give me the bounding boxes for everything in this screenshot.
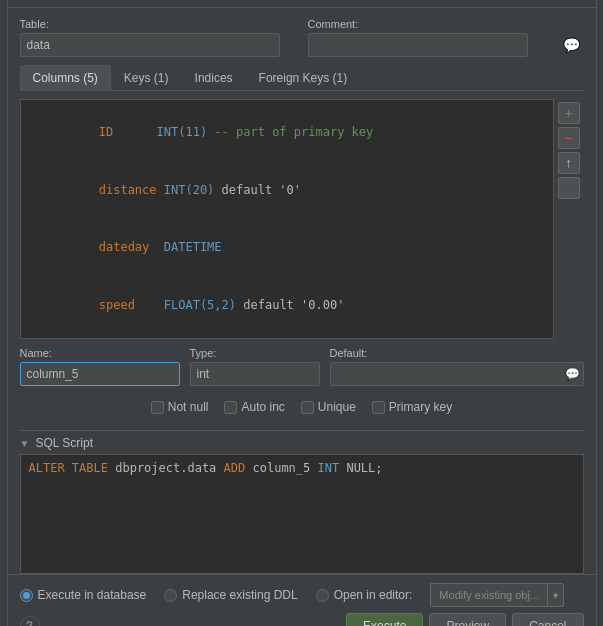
column-detail-row: Name: Type: Default: 💬: [20, 347, 584, 386]
table-label: Table:: [20, 18, 296, 30]
tab-indices[interactable]: Indices: [182, 65, 246, 90]
comment-field-group: Comment: 💬: [308, 18, 584, 57]
type-input[interactable]: [190, 362, 320, 386]
primary-key-checkbox[interactable]: Primary key: [372, 400, 452, 414]
comment-input[interactable]: [308, 33, 528, 57]
default-icon[interactable]: 💬: [565, 367, 580, 381]
open-editor-radio-circle: [316, 589, 329, 602]
sql-area: ALTER TABLE dbproject.data ADD column_5 …: [20, 454, 584, 574]
move-up-button[interactable]: ↑: [558, 152, 580, 174]
unique-checkbox[interactable]: Unique: [301, 400, 356, 414]
sql-section: ▼ SQL Script ALTER TABLE dbproject.data …: [8, 430, 596, 574]
preview-button[interactable]: Preview: [429, 613, 506, 626]
auto-inc-checkbox[interactable]: Auto inc: [224, 400, 284, 414]
sql-section-title: SQL Script: [35, 436, 93, 450]
name-label: Name:: [20, 347, 180, 359]
tab-columns[interactable]: Columns (5): [20, 65, 111, 90]
default-input[interactable]: [330, 362, 584, 386]
not-null-checkbox[interactable]: Not null: [151, 400, 209, 414]
execute-radio-circle: [20, 589, 33, 602]
default-field-group: Default: 💬: [330, 347, 584, 386]
table-row: distance INT(20) default '0': [27, 161, 547, 219]
type-label: Type:: [190, 347, 320, 359]
replace-ddl-radio-circle: [164, 589, 177, 602]
help-button[interactable]: ?: [20, 616, 40, 626]
replace-ddl-radio[interactable]: Replace existing DDL: [164, 588, 297, 602]
table-field-group: Table:: [20, 18, 296, 57]
table-row: speed FLOAT(5,2) default '0.00': [27, 277, 547, 335]
cancel-button[interactable]: Cancel: [512, 613, 583, 626]
section-triangle-icon: ▼: [20, 438, 30, 449]
action-row: ? Execute Preview Cancel: [20, 613, 584, 626]
tab-keys[interactable]: Keys (1): [111, 65, 182, 90]
name-input[interactable]: [20, 362, 180, 386]
table-input[interactable]: [20, 33, 280, 57]
titlebar: T Modify Table ✕: [8, 0, 596, 8]
comment-icon[interactable]: 💬: [563, 37, 580, 53]
table-row: ID INT(11) -- part of primary key: [27, 104, 547, 162]
sql-section-header[interactable]: ▼ SQL Script: [20, 430, 584, 454]
columns-list: ID INT(11) -- part of primary key distan…: [20, 99, 554, 339]
comment-input-wrapper: 💬: [308, 33, 584, 57]
radio-row: Execute in database Replace existing DDL…: [20, 583, 584, 607]
action-buttons: Execute Preview Cancel: [346, 613, 583, 626]
execute-button[interactable]: Execute: [346, 613, 423, 626]
remove-column-button[interactable]: −: [558, 127, 580, 149]
bottom-bar: Execute in database Replace existing DDL…: [8, 574, 596, 626]
type-field-group: Type:: [190, 347, 320, 386]
tab-foreign-keys[interactable]: Foreign Keys (1): [246, 65, 361, 90]
side-buttons: + − ↑ ↓: [554, 99, 584, 339]
tabs-bar: Columns (5) Keys (1) Indices Foreign Key…: [20, 65, 584, 91]
modify-table-dialog: T Modify Table ✕ Table: Comment: 💬: [7, 0, 597, 626]
execute-radio[interactable]: Execute in database: [20, 588, 147, 602]
name-field-group: Name:: [20, 347, 180, 386]
default-label: Default:: [330, 347, 584, 359]
checkbox-row: Not null Auto inc Unique Primary key: [20, 394, 584, 420]
close-button[interactable]: ✕: [568, 0, 586, 1]
columns-area: ID INT(11) -- part of primary key distan…: [20, 99, 584, 339]
dropdown-main-value: Modify existing obj...: [430, 583, 547, 607]
open-editor-radio[interactable]: Open in editor:: [316, 588, 413, 602]
table-row: dateday DATETIME: [27, 219, 547, 277]
default-input-wrapper: 💬: [330, 362, 584, 386]
add-column-button[interactable]: +: [558, 102, 580, 124]
comment-label: Comment:: [308, 18, 584, 30]
top-fields-row: Table: Comment: 💬: [20, 18, 584, 57]
move-down-button[interactable]: ↓: [558, 177, 580, 199]
open-in-editor-dropdown[interactable]: Modify existing obj... ▾: [430, 583, 564, 607]
dialog-body: Table: Comment: 💬 Columns (5) Keys (1) I…: [8, 8, 596, 430]
dropdown-arrow-icon[interactable]: ▾: [547, 583, 564, 607]
